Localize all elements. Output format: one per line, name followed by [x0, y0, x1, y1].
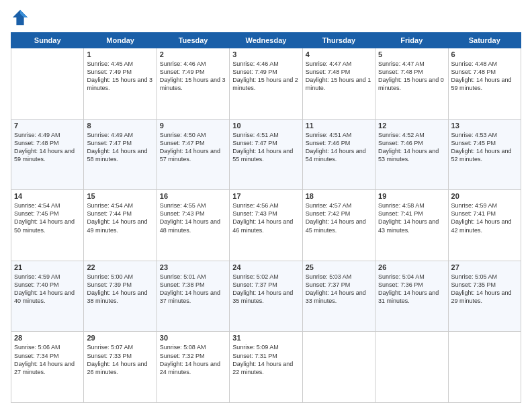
- day-number: 8: [87, 122, 153, 130]
- calendar-cell: 25 Sunrise: 5:03 AM Sunset: 7:37 PM Dayl…: [302, 261, 375, 332]
- sunrise-text: Sunrise: 4:54 AM: [87, 201, 153, 210]
- sunset-text: Sunset: 7:40 PM: [14, 281, 81, 289]
- sunrise-text: Sunrise: 5:08 AM: [160, 343, 226, 351]
- cell-info: Sunrise: 4:51 AM Sunset: 7:47 PM Dayligh…: [232, 131, 299, 164]
- day-number: 12: [378, 122, 445, 130]
- daylight-text: Daylight: 14 hours and 48 minutes.: [160, 218, 226, 234]
- sunrise-text: Sunrise: 5:06 AM: [14, 343, 81, 351]
- calendar-cell: 7 Sunrise: 4:49 AM Sunset: 7:48 PM Dayli…: [11, 119, 84, 190]
- daylight-text: Daylight: 15 hours and 3 minutes.: [160, 76, 226, 92]
- daylight-text: Daylight: 14 hours and 26 minutes.: [87, 360, 153, 376]
- daylight-text: Daylight: 14 hours and 53 minutes.: [378, 147, 445, 163]
- calendar-cell: 1 Sunrise: 4:45 AM Sunset: 7:49 PM Dayli…: [84, 48, 157, 120]
- calendar-header: Sunday Monday Tuesday Wednesday Thursday…: [11, 33, 521, 48]
- daylight-text: Daylight: 15 hours and 1 minute.: [306, 76, 372, 92]
- daylight-text: Daylight: 14 hours and 40 minutes.: [14, 289, 81, 305]
- sunset-text: Sunset: 7:38 PM: [160, 281, 226, 289]
- sunrise-text: Sunrise: 4:55 AM: [160, 201, 226, 210]
- daylight-text: Daylight: 14 hours and 49 minutes.: [87, 218, 153, 234]
- day-number: 17: [232, 192, 299, 200]
- calendar-cell: 11 Sunrise: 4:51 AM Sunset: 7:46 PM Dayl…: [302, 119, 375, 190]
- day-number: 30: [160, 334, 226, 342]
- day-number: 27: [451, 263, 518, 271]
- week-row-1: 1 Sunrise: 4:45 AM Sunset: 7:49 PM Dayli…: [11, 48, 521, 120]
- cell-info: Sunrise: 5:02 AM Sunset: 7:37 PM Dayligh…: [232, 273, 299, 306]
- cell-info: Sunrise: 4:45 AM Sunset: 7:49 PM Dayligh…: [87, 60, 153, 93]
- cell-info: Sunrise: 4:46 AM Sunset: 7:49 PM Dayligh…: [160, 60, 226, 93]
- sunrise-text: Sunrise: 4:59 AM: [451, 201, 518, 210]
- cell-info: Sunrise: 5:00 AM Sunset: 7:39 PM Dayligh…: [87, 273, 153, 306]
- col-wednesday: Wednesday: [230, 33, 302, 48]
- day-number: 1: [87, 50, 153, 58]
- day-number: 25: [306, 263, 372, 271]
- cell-info: Sunrise: 5:05 AM Sunset: 7:35 PM Dayligh…: [451, 273, 518, 306]
- day-number: 22: [87, 263, 153, 271]
- cell-info: Sunrise: 4:52 AM Sunset: 7:46 PM Dayligh…: [378, 131, 445, 164]
- daylight-text: Daylight: 14 hours and 55 minutes.: [232, 147, 299, 163]
- day-number: 19: [378, 192, 445, 200]
- calendar-cell: 13 Sunrise: 4:53 AM Sunset: 7:45 PM Dayl…: [448, 119, 521, 190]
- calendar-cell: 16 Sunrise: 4:55 AM Sunset: 7:43 PM Dayl…: [157, 190, 229, 261]
- col-tuesday: Tuesday: [157, 33, 229, 48]
- calendar-cell: 19 Sunrise: 4:58 AM Sunset: 7:41 PM Dayl…: [375, 190, 448, 261]
- sunrise-text: Sunrise: 4:49 AM: [14, 131, 81, 139]
- calendar-cell: 9 Sunrise: 4:50 AM Sunset: 7:47 PM Dayli…: [157, 119, 229, 190]
- cell-info: Sunrise: 5:03 AM Sunset: 7:37 PM Dayligh…: [306, 273, 372, 306]
- sunrise-text: Sunrise: 4:47 AM: [378, 60, 445, 68]
- daylight-text: Daylight: 14 hours and 46 minutes.: [232, 218, 299, 234]
- sunrise-text: Sunrise: 4:46 AM: [160, 60, 226, 68]
- day-number: 16: [160, 192, 226, 200]
- day-number: 31: [232, 334, 299, 342]
- sunset-text: Sunset: 7:41 PM: [451, 210, 518, 218]
- sunrise-text: Sunrise: 5:01 AM: [160, 273, 226, 281]
- sunset-text: Sunset: 7:48 PM: [451, 68, 518, 76]
- calendar-cell: [375, 332, 448, 403]
- calendar-cell: 24 Sunrise: 5:02 AM Sunset: 7:37 PM Dayl…: [230, 261, 302, 332]
- sunset-text: Sunset: 7:46 PM: [378, 139, 445, 147]
- sunset-text: Sunset: 7:36 PM: [378, 281, 445, 289]
- calendar-cell: 27 Sunrise: 5:05 AM Sunset: 7:35 PM Dayl…: [448, 261, 521, 332]
- cell-info: Sunrise: 5:06 AM Sunset: 7:34 PM Dayligh…: [14, 343, 81, 376]
- calendar-cell: 22 Sunrise: 5:00 AM Sunset: 7:39 PM Dayl…: [84, 261, 157, 332]
- cell-info: Sunrise: 4:49 AM Sunset: 7:48 PM Dayligh…: [14, 131, 81, 164]
- cell-info: Sunrise: 4:46 AM Sunset: 7:49 PM Dayligh…: [232, 60, 299, 93]
- sunrise-text: Sunrise: 5:00 AM: [87, 273, 153, 281]
- sunset-text: Sunset: 7:42 PM: [306, 210, 372, 218]
- sunrise-text: Sunrise: 4:59 AM: [14, 273, 81, 281]
- calendar-cell: 3 Sunrise: 4:46 AM Sunset: 7:49 PM Dayli…: [230, 48, 302, 120]
- daylight-text: Daylight: 14 hours and 27 minutes.: [14, 360, 81, 376]
- cell-info: Sunrise: 4:47 AM Sunset: 7:48 PM Dayligh…: [306, 60, 372, 93]
- day-number: 18: [306, 192, 372, 200]
- week-row-4: 21 Sunrise: 4:59 AM Sunset: 7:40 PM Dayl…: [11, 261, 521, 332]
- sunrise-text: Sunrise: 4:58 AM: [378, 201, 445, 210]
- header: [11, 8, 521, 27]
- daylight-text: Daylight: 15 hours and 2 minutes.: [232, 76, 299, 92]
- daylight-text: Daylight: 14 hours and 59 minutes.: [14, 147, 81, 163]
- sunset-text: Sunset: 7:49 PM: [87, 68, 153, 76]
- sunset-text: Sunset: 7:44 PM: [87, 210, 153, 218]
- sunrise-text: Sunrise: 5:04 AM: [378, 273, 445, 281]
- calendar-cell: 18 Sunrise: 4:57 AM Sunset: 7:42 PM Dayl…: [302, 190, 375, 261]
- daylight-text: Daylight: 14 hours and 50 minutes.: [14, 218, 81, 234]
- sunrise-text: Sunrise: 4:51 AM: [232, 131, 299, 139]
- day-number: 21: [14, 263, 81, 271]
- cell-info: Sunrise: 4:53 AM Sunset: 7:45 PM Dayligh…: [451, 131, 518, 164]
- calendar-cell: 4 Sunrise: 4:47 AM Sunset: 7:48 PM Dayli…: [302, 48, 375, 120]
- daylight-text: Daylight: 14 hours and 35 minutes.: [232, 289, 299, 305]
- calendar-cell: 12 Sunrise: 4:52 AM Sunset: 7:46 PM Dayl…: [375, 119, 448, 190]
- sunrise-text: Sunrise: 5:09 AM: [232, 343, 299, 351]
- sunrise-text: Sunrise: 4:49 AM: [87, 131, 153, 139]
- sunset-text: Sunset: 7:41 PM: [378, 210, 445, 218]
- calendar-cell: 26 Sunrise: 5:04 AM Sunset: 7:36 PM Dayl…: [375, 261, 448, 332]
- sunset-text: Sunset: 7:48 PM: [306, 68, 372, 76]
- daylight-text: Daylight: 14 hours and 52 minutes.: [451, 147, 518, 163]
- day-number: 4: [306, 50, 372, 58]
- daylight-text: Daylight: 14 hours and 31 minutes.: [378, 289, 445, 305]
- cell-info: Sunrise: 4:59 AM Sunset: 7:41 PM Dayligh…: [451, 201, 518, 234]
- daylight-text: Daylight: 14 hours and 57 minutes.: [160, 147, 226, 163]
- calendar-cell: 6 Sunrise: 4:48 AM Sunset: 7:48 PM Dayli…: [448, 48, 521, 120]
- calendar-cell: 8 Sunrise: 4:49 AM Sunset: 7:47 PM Dayli…: [84, 119, 157, 190]
- calendar-cell: [11, 48, 84, 120]
- cell-info: Sunrise: 4:56 AM Sunset: 7:43 PM Dayligh…: [232, 201, 299, 234]
- daylight-text: Daylight: 14 hours and 29 minutes.: [451, 289, 518, 305]
